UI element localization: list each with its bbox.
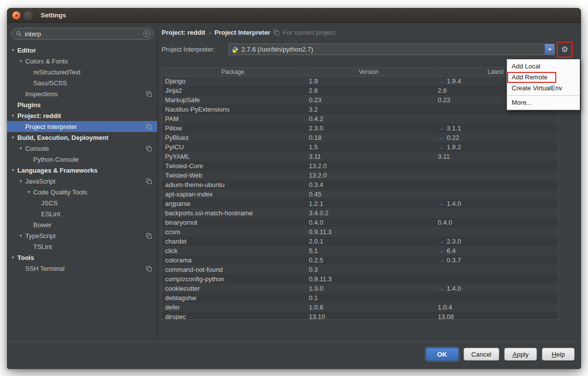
gear-icon[interactable]: ⚙ <box>560 45 570 55</box>
tree-item-editor[interactable]: ▼Editor <box>7 45 157 56</box>
tree-indent-spacer <box>27 159 33 160</box>
package-row-command-not-found[interactable]: command-not-found0.3 <box>162 265 558 274</box>
package-row-django[interactable]: Django1.9→1.9.4 <box>162 76 558 86</box>
package-row-pam[interactable]: PAM0.4.2 <box>162 114 558 124</box>
tree-item-eslint[interactable]: ESLint <box>7 208 157 219</box>
tree-expand-icon[interactable]: ▼ <box>11 48 17 53</box>
restore-button[interactable] <box>24 11 33 20</box>
latest-version-text: 1.4.0 <box>447 200 461 207</box>
column-header-version[interactable]: Version <box>304 68 433 75</box>
tree-item-project-reddit[interactable]: ▼Project: reddit <box>7 110 157 121</box>
latest-version-text: 6.4 <box>447 247 456 254</box>
tree-item-colors-fonts[interactable]: ▼Colors & Fonts <box>7 56 157 66</box>
apply-button[interactable]: Apply <box>504 348 537 361</box>
tree-item-javascript[interactable]: ▼JavaScript <box>7 176 157 187</box>
settings-search-box[interactable]: × <box>11 28 154 40</box>
package-row-compizconfig-python[interactable]: compizconfig-python0.9.11.3 <box>162 274 558 284</box>
tree-item-tools[interactable]: ▼Tools <box>7 252 157 263</box>
package-name: PAM <box>162 115 304 123</box>
tree-item-inspections[interactable]: Inspections <box>7 88 157 99</box>
combo-dropdown-button[interactable] <box>544 44 554 55</box>
tree-expand-icon[interactable]: ▼ <box>11 135 17 140</box>
tree-item-console[interactable]: ▼Console <box>7 143 157 154</box>
interpreter-select[interactable]: 2.7.6 (/usr/bin/python2.7) <box>229 44 555 55</box>
ok-button[interactable]: OK <box>426 348 459 361</box>
tree-item-label: TypeScript <box>25 232 56 240</box>
tree-item-plugins[interactable]: Plugins <box>7 99 157 110</box>
titlebar[interactable]: × Settings <box>7 8 581 23</box>
package-version: 3.4.0.2 <box>304 209 433 217</box>
tree-item-label: ESLint <box>41 210 60 218</box>
tree-expand-icon[interactable]: ▼ <box>11 255 17 260</box>
update-available-icon: → <box>438 256 444 264</box>
tree-item-ssh-terminal[interactable]: SSH Terminal <box>7 263 157 274</box>
search-input[interactable] <box>25 30 140 38</box>
package-row-backports-ssl-match-hostname[interactable]: backports.ssl-match-hostname3.4.0.2 <box>162 208 558 218</box>
help-button[interactable]: Help <box>542 348 575 361</box>
package-version: 13.2.0 <box>304 162 433 170</box>
column-header-package[interactable]: Package <box>162 68 304 75</box>
menu-item-create-virtualenv[interactable]: Create VirtualEnv <box>507 83 580 94</box>
tree-item-sass-scss[interactable]: Sass/SCSS <box>7 77 157 88</box>
package-row-binaryornot[interactable]: binaryornot0.4.00.4.0 <box>162 218 558 227</box>
package-row-apt-xapian-index[interactable]: apt-xapian-index0.45 <box>162 189 558 199</box>
package-latest: →2.3.0 <box>433 238 558 245</box>
cancel-button[interactable]: Cancel <box>464 348 499 361</box>
clear-search-icon[interactable]: × <box>143 30 150 37</box>
tree-expand-icon[interactable]: ▼ <box>27 189 33 194</box>
package-name: cookiecutter <box>162 285 304 292</box>
tree-item-code-quality-tools[interactable]: ▼Code Quality Tools <box>7 187 157 197</box>
tree-item-build-execution-deployment[interactable]: ▼Build, Execution, Deployment <box>7 132 157 143</box>
tree-expand-icon[interactable]: ▼ <box>19 59 25 63</box>
menu-item-add-remote[interactable]: Add Remote <box>507 72 580 83</box>
tree-item-bower[interactable]: Bower <box>7 219 157 230</box>
package-row-defer[interactable]: defer1.0.61.0.4 <box>162 303 558 312</box>
update-available-icon: → <box>438 77 444 85</box>
package-row-click[interactable]: click5.1→6.4 <box>162 246 558 255</box>
dialog-footer: OKCancelApplyHelp <box>7 341 581 369</box>
close-button[interactable]: × <box>12 11 21 20</box>
package-row-pillow[interactable]: Pillow2.3.0→3.1.1 <box>162 124 558 133</box>
package-version: 0.3.4 <box>304 181 433 188</box>
package-table-rows: Django1.9→1.9.4Jinja22.82.8MarkupSafe0.2… <box>162 76 558 319</box>
package-row-cookiecutter[interactable]: cookiecutter1.3.0→1.4.0 <box>162 284 558 293</box>
tree-expand-icon[interactable]: ▼ <box>19 179 25 184</box>
tree-item-python-console[interactable]: Python Console <box>7 154 157 165</box>
package-row-chardet[interactable]: chardet2.0.1→2.3.0 <box>162 237 558 246</box>
tree-item-label: reStructuredText <box>33 68 80 76</box>
package-row-twisted-web[interactable]: Twisted-Web13.2.0 <box>162 171 558 180</box>
tree-item-label: Project Interpreter <box>25 123 77 130</box>
search-icon <box>16 31 22 37</box>
tree-item-languages-frameworks[interactable]: ▼Languages & Frameworks <box>7 165 157 176</box>
package-row-ccsm[interactable]: ccsm0.9.11.3 <box>162 227 558 237</box>
package-row-colorama[interactable]: colorama0.2.5→0.3.7 <box>162 255 558 265</box>
package-row-jinja2[interactable]: Jinja22.82.8 <box>162 86 558 95</box>
package-row-twisted-core[interactable]: Twisted-Core13.2.0 <box>162 161 558 171</box>
tree-item-jscs[interactable]: JSCS <box>7 197 157 208</box>
tree-indent-spacer <box>19 126 25 127</box>
tree-expand-icon[interactable]: ▼ <box>19 146 25 151</box>
tree-indent-spacer <box>27 247 33 247</box>
package-row-adium-theme-ubuntu[interactable]: adium-theme-ubuntu0.3.4 <box>162 180 558 189</box>
menu-item-more[interactable]: More... <box>507 97 580 108</box>
package-row-markupsafe[interactable]: MarkupSafe0.230.23 <box>162 95 558 105</box>
tree-expand-icon[interactable]: ▼ <box>11 113 17 118</box>
package-row-pybluez[interactable]: PyBluez0.18→0.22 <box>162 133 558 142</box>
package-row-pyicu[interactable]: PyICU1.5→1.9.2 <box>162 142 558 152</box>
menu-item-add-local[interactable]: Add Local <box>507 61 580 72</box>
package-row-dirspec[interactable]: dirspec13.1013.08 <box>162 312 558 319</box>
tree-expand-icon[interactable]: ▼ <box>19 233 25 238</box>
tree-item-typescript[interactable]: ▼TypeScript <box>7 230 157 241</box>
package-latest: →1.4.0 <box>433 285 558 292</box>
package-row-nautilus-pyextensions[interactable]: Nautilus-PyExtensions3.2 <box>162 105 558 114</box>
package-latest: 1.0.4 <box>433 304 558 311</box>
tree-expand-icon[interactable]: ▼ <box>11 168 17 173</box>
tree-item-restructuredtext[interactable]: reStructuredText <box>7 66 157 77</box>
package-row-pyyaml[interactable]: PyYAML3.113.11 <box>162 152 558 161</box>
package-row-argparse[interactable]: argparse1.2.1→1.4.0 <box>162 199 558 208</box>
package-row-debtagshw[interactable]: debtagshw0.1 <box>162 293 558 303</box>
package-name: binaryornot <box>162 219 304 226</box>
tree-item-project-interpreter[interactable]: Project Interpreter <box>7 121 157 132</box>
tree-item-tslint[interactable]: TSLint <box>7 241 157 252</box>
update-available-icon: → <box>438 238 444 245</box>
